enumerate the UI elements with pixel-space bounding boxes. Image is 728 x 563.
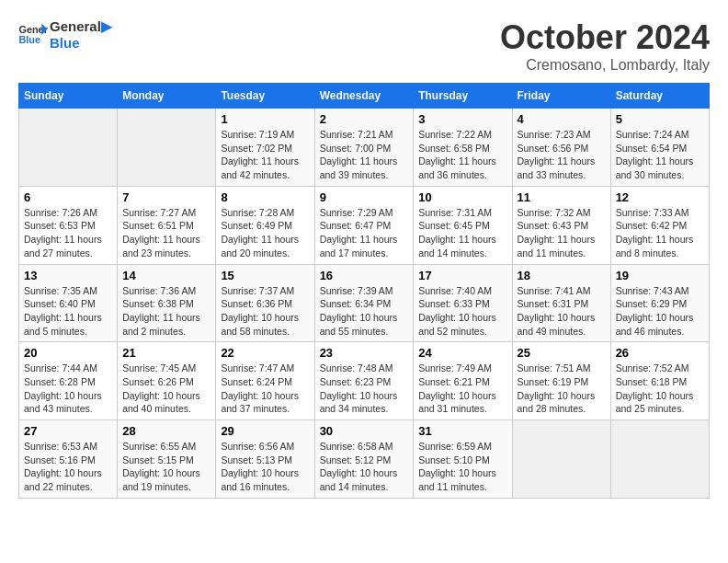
calendar-row-2: 13Sunrise: 7:35 AM Sunset: 6:40 PM Dayli… <box>19 264 710 342</box>
calendar-row-4: 27Sunrise: 6:53 AM Sunset: 5:16 PM Dayli… <box>19 420 710 499</box>
day-info: Sunrise: 7:35 AM Sunset: 6:40 PM Dayligh… <box>24 284 112 339</box>
day-info: Sunrise: 7:44 AM Sunset: 6:28 PM Dayligh… <box>24 362 112 416</box>
day-info: Sunrise: 7:28 AM Sunset: 6:49 PM Dayligh… <box>221 206 309 260</box>
calendar-cell: 7Sunrise: 7:27 AM Sunset: 6:51 PM Daylig… <box>118 186 216 264</box>
location-title: Cremosano, Lombardy, Italy <box>500 57 710 74</box>
weekday-wednesday: Wednesday <box>314 84 414 109</box>
weekday-thursday: Thursday <box>414 84 512 109</box>
day-info: Sunrise: 7:21 AM Sunset: 7:00 PM Dayligh… <box>320 128 409 182</box>
day-number: 9 <box>320 190 409 204</box>
calendar-cell: 28Sunrise: 6:55 AM Sunset: 5:15 PM Dayli… <box>118 420 216 499</box>
day-number: 18 <box>518 269 606 282</box>
day-number: 4 <box>518 112 606 126</box>
weekday-monday: Monday <box>118 84 216 109</box>
calendar-cell: 23Sunrise: 7:48 AM Sunset: 6:23 PM Dayli… <box>314 342 414 420</box>
day-number: 11 <box>518 190 606 204</box>
logo-line2: Blue <box>50 35 112 52</box>
day-number: 19 <box>616 269 704 282</box>
day-info: Sunrise: 7:48 AM Sunset: 6:23 PM Dayligh… <box>320 362 409 416</box>
day-number: 2 <box>320 112 409 126</box>
day-number: 14 <box>122 269 210 282</box>
calendar-cell: 29Sunrise: 6:56 AM Sunset: 5:13 PM Dayli… <box>216 420 314 499</box>
day-number: 3 <box>418 112 506 126</box>
calendar-cell: 14Sunrise: 7:36 AM Sunset: 6:38 PM Dayli… <box>118 264 216 342</box>
day-number: 15 <box>221 269 309 282</box>
svg-text:Blue: Blue <box>18 34 40 45</box>
day-info: Sunrise: 7:33 AM Sunset: 6:42 PM Dayligh… <box>616 206 704 260</box>
day-info: Sunrise: 7:39 AM Sunset: 6:34 PM Dayligh… <box>320 284 409 339</box>
calendar-cell: 13Sunrise: 7:35 AM Sunset: 6:40 PM Dayli… <box>19 264 118 342</box>
day-number: 6 <box>24 190 112 204</box>
day-info: Sunrise: 7:36 AM Sunset: 6:38 PM Dayligh… <box>122 284 210 339</box>
day-number: 17 <box>418 269 506 282</box>
day-info: Sunrise: 6:53 AM Sunset: 5:16 PM Dayligh… <box>24 440 112 494</box>
calendar-cell: 20Sunrise: 7:44 AM Sunset: 6:28 PM Dayli… <box>19 342 118 420</box>
logo: General Blue General▶ Blue <box>18 18 112 52</box>
title-block: October 2024 Cremosano, Lombardy, Italy <box>500 18 710 74</box>
day-number: 25 <box>518 346 606 360</box>
weekday-header-row: SundayMondayTuesdayWednesdayThursdayFrid… <box>19 84 710 109</box>
calendar-cell: 16Sunrise: 7:39 AM Sunset: 6:34 PM Dayli… <box>314 264 414 342</box>
day-info: Sunrise: 7:51 AM Sunset: 6:19 PM Dayligh… <box>518 362 606 416</box>
day-number: 13 <box>24 269 112 282</box>
day-info: Sunrise: 7:23 AM Sunset: 6:56 PM Dayligh… <box>518 128 606 182</box>
calendar-cell: 5Sunrise: 7:24 AM Sunset: 6:54 PM Daylig… <box>610 109 709 187</box>
calendar-cell <box>512 420 610 499</box>
day-info: Sunrise: 6:58 AM Sunset: 5:12 PM Dayligh… <box>320 440 409 494</box>
day-number: 1 <box>221 112 309 126</box>
day-number: 27 <box>24 424 112 438</box>
calendar-cell: 21Sunrise: 7:45 AM Sunset: 6:26 PM Dayli… <box>118 342 216 420</box>
day-info: Sunrise: 7:26 AM Sunset: 6:53 PM Dayligh… <box>24 206 112 260</box>
calendar-body: 1Sunrise: 7:19 AM Sunset: 7:02 PM Daylig… <box>19 109 710 499</box>
weekday-sunday: Sunday <box>19 84 118 109</box>
day-number: 28 <box>122 424 210 438</box>
day-info: Sunrise: 7:52 AM Sunset: 6:18 PM Dayligh… <box>616 362 704 416</box>
day-number: 21 <box>122 346 210 360</box>
day-info: Sunrise: 7:49 AM Sunset: 6:21 PM Dayligh… <box>418 362 506 416</box>
logo-icon: General Blue <box>18 22 48 48</box>
day-number: 23 <box>320 346 409 360</box>
calendar-row-1: 6Sunrise: 7:26 AM Sunset: 6:53 PM Daylig… <box>19 186 710 264</box>
weekday-friday: Friday <box>512 84 610 109</box>
day-number: 20 <box>24 346 112 360</box>
calendar-cell: 6Sunrise: 7:26 AM Sunset: 6:53 PM Daylig… <box>19 186 118 264</box>
calendar-cell: 1Sunrise: 7:19 AM Sunset: 7:02 PM Daylig… <box>216 109 314 187</box>
calendar-cell: 12Sunrise: 7:33 AM Sunset: 6:42 PM Dayli… <box>610 186 709 264</box>
calendar-cell: 26Sunrise: 7:52 AM Sunset: 6:18 PM Dayli… <box>610 342 709 420</box>
day-number: 24 <box>418 346 506 360</box>
calendar-cell: 3Sunrise: 7:22 AM Sunset: 6:58 PM Daylig… <box>414 109 512 187</box>
day-info: Sunrise: 7:31 AM Sunset: 6:45 PM Dayligh… <box>418 206 506 260</box>
day-number: 7 <box>122 190 210 204</box>
page-header: General Blue General▶ Blue October 2024 … <box>18 18 710 74</box>
day-info: Sunrise: 7:27 AM Sunset: 6:51 PM Dayligh… <box>122 206 210 260</box>
calendar-cell: 19Sunrise: 7:43 AM Sunset: 6:29 PM Dayli… <box>610 264 709 342</box>
day-number: 30 <box>320 424 409 438</box>
calendar-cell: 15Sunrise: 7:37 AM Sunset: 6:36 PM Dayli… <box>216 264 314 342</box>
calendar-cell: 17Sunrise: 7:40 AM Sunset: 6:33 PM Dayli… <box>414 264 512 342</box>
day-info: Sunrise: 7:29 AM Sunset: 6:47 PM Dayligh… <box>320 206 409 260</box>
calendar-row-3: 20Sunrise: 7:44 AM Sunset: 6:28 PM Dayli… <box>19 342 710 420</box>
calendar-cell: 27Sunrise: 6:53 AM Sunset: 5:16 PM Dayli… <box>19 420 118 499</box>
day-number: 10 <box>418 190 506 204</box>
calendar-cell: 30Sunrise: 6:58 AM Sunset: 5:12 PM Dayli… <box>314 420 414 499</box>
day-info: Sunrise: 7:19 AM Sunset: 7:02 PM Dayligh… <box>221 128 309 182</box>
day-number: 29 <box>221 424 309 438</box>
calendar-table: SundayMondayTuesdayWednesdayThursdayFrid… <box>18 83 710 499</box>
day-number: 12 <box>616 190 704 204</box>
calendar-cell: 22Sunrise: 7:47 AM Sunset: 6:24 PM Dayli… <box>216 342 314 420</box>
day-info: Sunrise: 6:59 AM Sunset: 5:10 PM Dayligh… <box>418 440 506 494</box>
day-number: 16 <box>320 269 409 282</box>
calendar-cell <box>19 109 118 187</box>
day-info: Sunrise: 7:47 AM Sunset: 6:24 PM Dayligh… <box>221 362 309 416</box>
day-number: 22 <box>221 346 309 360</box>
calendar-cell: 10Sunrise: 7:31 AM Sunset: 6:45 PM Dayli… <box>414 186 512 264</box>
month-title: October 2024 <box>500 18 710 57</box>
calendar-cell: 24Sunrise: 7:49 AM Sunset: 6:21 PM Dayli… <box>414 342 512 420</box>
day-info: Sunrise: 6:55 AM Sunset: 5:15 PM Dayligh… <box>122 440 210 494</box>
calendar-cell: 25Sunrise: 7:51 AM Sunset: 6:19 PM Dayli… <box>512 342 610 420</box>
day-info: Sunrise: 7:45 AM Sunset: 6:26 PM Dayligh… <box>122 362 210 416</box>
weekday-tuesday: Tuesday <box>216 84 314 109</box>
day-info: Sunrise: 7:32 AM Sunset: 6:43 PM Dayligh… <box>518 206 606 260</box>
calendar-cell: 8Sunrise: 7:28 AM Sunset: 6:49 PM Daylig… <box>216 186 314 264</box>
calendar-cell: 4Sunrise: 7:23 AM Sunset: 6:56 PM Daylig… <box>512 109 610 187</box>
